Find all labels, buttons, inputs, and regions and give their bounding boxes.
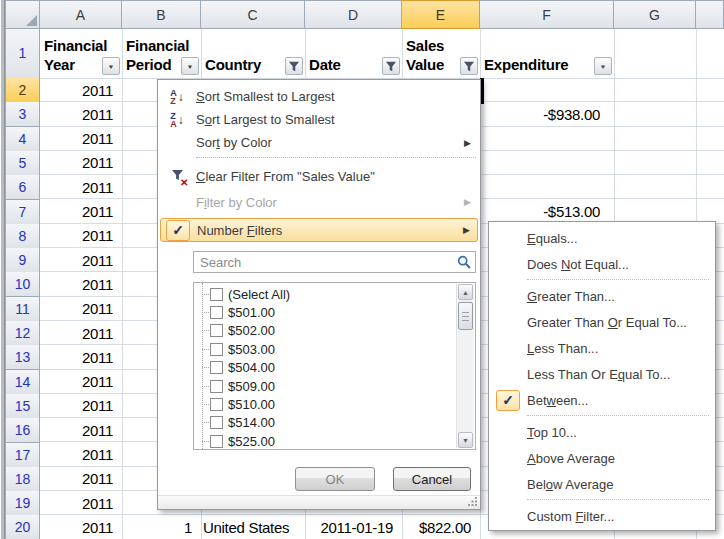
row-header-12[interactable]: 12: [5, 321, 40, 346]
row-header-13[interactable]: 13: [5, 345, 40, 370]
menu-item-clear-filter-from-sales-value[interactable]: ✕Clear Filter From "Sales Value": [160, 163, 478, 189]
cell-d20[interactable]: 2011-01-19: [307, 519, 393, 537]
cell-a16[interactable]: 2011: [42, 422, 113, 440]
column-header-b[interactable]: B: [122, 0, 201, 29]
menu-item-greater-than-or-equal-to[interactable]: Greater Than Or Equal To...: [491, 309, 713, 335]
row-header-19[interactable]: 19: [5, 491, 40, 516]
scroll-up-button[interactable]: ▲: [458, 284, 473, 300]
search-input[interactable]: [198, 254, 457, 271]
filter-button-c[interactable]: [285, 57, 303, 75]
cancel-button[interactable]: Cancel: [393, 467, 471, 491]
cell-a2[interactable]: 2011: [42, 82, 113, 100]
cell-f7[interactable]: -$513.00: [482, 203, 600, 221]
column-header-c[interactable]: C: [201, 0, 305, 29]
row-header-15[interactable]: 15: [5, 394, 40, 419]
filter-value-item-501-00[interactable]: $501.00: [194, 303, 457, 321]
checkbox-icon[interactable]: [210, 380, 223, 393]
row-header-16[interactable]: 16: [5, 418, 40, 443]
header-cell-e[interactable]: Sales Value: [402, 29, 480, 78]
filter-value-item-509-00[interactable]: $509.00: [194, 377, 457, 395]
cell-a13[interactable]: 2011: [42, 349, 113, 367]
filter-button-f[interactable]: ▼: [594, 57, 612, 75]
cell-a11[interactable]: 2011: [42, 300, 113, 318]
cell-f3[interactable]: -$938.00: [482, 106, 600, 124]
menu-item-custom-filter[interactable]: Custom Filter...: [491, 503, 713, 529]
cell-a3[interactable]: 2011: [42, 106, 113, 124]
scrollbar[interactable]: ▲ ▼: [456, 284, 474, 448]
column-header-d[interactable]: D: [305, 0, 402, 29]
menu-item-sort-largest-to-smallest[interactable]: ZA↓Sort Largest to Smallest: [160, 108, 478, 131]
ok-button[interactable]: OK: [295, 467, 375, 491]
column-header-a[interactable]: A: [40, 0, 122, 29]
row-header-3[interactable]: 3: [5, 102, 40, 127]
filter-value-item-select-all[interactable]: (Select All): [194, 285, 457, 303]
menu-item-top-10[interactable]: Top 10...: [491, 419, 713, 445]
row-header-1[interactable]: 1: [5, 29, 40, 79]
checkbox-icon[interactable]: [210, 288, 223, 301]
menu-item-filter-by-color[interactable]: Filter by Color▶: [160, 189, 478, 215]
filter-value-item-525-00[interactable]: $525.00: [194, 432, 457, 449]
filter-button-a[interactable]: ▼: [102, 57, 120, 75]
menu-item-equals[interactable]: Equals...: [491, 225, 713, 251]
header-cell-f[interactable]: Expenditure▼: [480, 29, 614, 78]
header-cell-a[interactable]: Financial Year▼: [40, 29, 122, 78]
header-cell-d[interactable]: Date: [305, 29, 402, 78]
menu-item-below-average[interactable]: Below Average: [491, 471, 713, 497]
row-header-2[interactable]: 2: [5, 78, 40, 103]
row-header-11[interactable]: 11: [5, 297, 40, 322]
checkbox-icon[interactable]: [210, 306, 223, 319]
cell-a6[interactable]: 2011: [42, 179, 113, 197]
row-header-10[interactable]: 10: [5, 272, 40, 297]
filter-value-item-514-00[interactable]: $514.00: [194, 414, 457, 432]
cell-a18[interactable]: 2011: [42, 470, 113, 488]
checkbox-icon[interactable]: [210, 324, 223, 337]
cell-a10[interactable]: 2011: [42, 276, 113, 294]
cell-a5[interactable]: 2011: [42, 154, 113, 172]
row-header-4[interactable]: 4: [5, 127, 40, 152]
menu-item-sort-by-color[interactable]: Sort by Color▶: [160, 131, 478, 154]
cell-e20[interactable]: $822.00: [404, 519, 471, 537]
checkbox-icon[interactable]: [210, 435, 223, 448]
checkbox-icon[interactable]: [210, 361, 223, 374]
scroll-down-button[interactable]: ▼: [458, 432, 473, 448]
row-header-18[interactable]: 18: [5, 467, 40, 492]
row-header-8[interactable]: 8: [5, 224, 40, 249]
cell-a9[interactable]: 2011: [42, 252, 113, 270]
cell-a8[interactable]: 2011: [42, 227, 113, 245]
menu-item-number-filters[interactable]: ✓Number Filters▶: [160, 218, 478, 242]
row-header-20[interactable]: 20: [5, 515, 40, 539]
menu-item-does-not-equal[interactable]: Does Not Equal...: [491, 251, 713, 277]
filter-button-b[interactable]: ▼: [181, 57, 199, 75]
row-header-17[interactable]: 17: [5, 443, 40, 468]
row-header-9[interactable]: 9: [5, 248, 40, 273]
cell-a15[interactable]: 2011: [42, 397, 113, 415]
menu-item-greater-than[interactable]: Greater Than...: [491, 283, 713, 309]
filter-button-e[interactable]: [460, 57, 478, 75]
select-all-corner[interactable]: [5, 0, 40, 29]
column-header-partial[interactable]: [696, 0, 724, 29]
menu-item-above-average[interactable]: Above Average: [491, 445, 713, 471]
column-header-g[interactable]: G: [614, 0, 696, 29]
header-cell-b[interactable]: Financial Period▼: [122, 29, 201, 78]
row-header-6[interactable]: 6: [5, 175, 40, 200]
checkbox-icon[interactable]: [210, 343, 223, 356]
checkbox-icon[interactable]: [210, 398, 223, 411]
filter-button-d[interactable]: [382, 57, 400, 75]
row-header-5[interactable]: 5: [5, 151, 40, 176]
menu-item-less-than-or-equal-to[interactable]: Less Than Or Equal To...: [491, 361, 713, 387]
menu-item-sort-smallest-to-largest[interactable]: AZ↓Sort Smallest to Largest: [160, 85, 478, 108]
cell-c20[interactable]: United States: [203, 519, 296, 537]
column-header-f[interactable]: F: [480, 0, 614, 29]
checkbox-icon[interactable]: [210, 416, 223, 429]
menu-item-less-than[interactable]: Less Than...: [491, 335, 713, 361]
row-header-14[interactable]: 14: [5, 370, 40, 395]
filter-value-item-510-00[interactable]: $510.00: [194, 395, 457, 413]
filter-value-item-504-00[interactable]: $504.00: [194, 359, 457, 377]
cell-a19[interactable]: 2011: [42, 495, 113, 513]
filter-value-item-503-00[interactable]: $503.00: [194, 340, 457, 358]
resize-grip[interactable]: [158, 495, 480, 509]
cell-a12[interactable]: 2011: [42, 325, 113, 343]
cell-a4[interactable]: 2011: [42, 130, 113, 148]
filter-value-item-502-00[interactable]: $502.00: [194, 322, 457, 340]
row-header-7[interactable]: 7: [5, 200, 40, 225]
